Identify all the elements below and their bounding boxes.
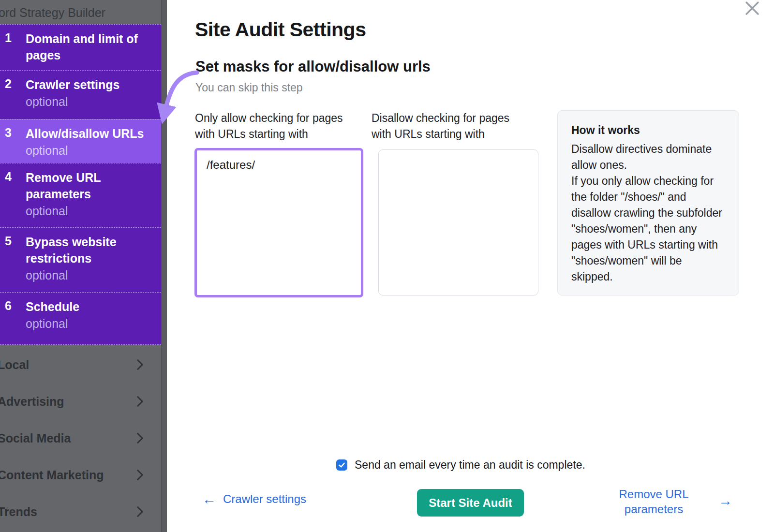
how-it-works-title: How it works (571, 124, 725, 137)
sidebar-item-local[interactable]: Local (0, 346, 161, 383)
email-optin-label: Send an email every time an audit is com… (355, 458, 585, 472)
arrow-left-icon: ← (202, 493, 216, 505)
allow-urls-textarea[interactable]: /features/ (194, 148, 363, 297)
chevron-right-icon (133, 359, 144, 370)
background-menu: Local Advertising Social Media Content M… (0, 345, 161, 530)
chevron-right-icon (133, 396, 144, 407)
step-bypass-restrictions[interactable]: 5 Bypass website restrictions optional (0, 227, 161, 292)
next-remove-url-parameters-link[interactable]: Remove URL parameters (601, 487, 706, 517)
step-remove-url-parameters[interactable]: 4 Remove URL parameters optional (0, 163, 161, 227)
checkmark-icon (338, 461, 346, 469)
back-crawler-settings-link[interactable]: ← Crawler settings (202, 492, 306, 506)
sidebar-item-content-marketing[interactable]: Content Marketing (0, 457, 161, 493)
section-heading: Set masks for allow/disallow urls (195, 58, 431, 75)
email-optin-row: Send an email every time an audit is com… (336, 458, 585, 472)
step-allow-disallow-urls[interactable]: 3 Allow/disallow URLs optional (0, 119, 161, 163)
email-optin-checkbox[interactable] (336, 459, 347, 471)
how-it-works-paragraph-2: If you only allow checking for the folde… (571, 173, 725, 285)
how-it-works-paragraph-1: Disallow directives dominate allow ones. (571, 141, 725, 173)
chevron-right-icon (133, 506, 144, 517)
allow-urls-label: Only allow checking for pages with URLs … (195, 110, 357, 142)
audit-steps-nav: 1 Domain and limit of pages 2 Crawler se… (0, 24, 161, 345)
step-crawler-settings[interactable]: 2 Crawler settings optional (0, 70, 161, 119)
close-icon[interactable] (742, 0, 763, 19)
site-audit-settings-modal: Site Audit Settings Set masks for allow/… (167, 0, 774, 532)
disallow-urls-label: Disallow checking for pages with URLs st… (372, 110, 526, 142)
chevron-right-icon (133, 470, 144, 481)
start-site-audit-button[interactable]: Start Site Audit (417, 489, 524, 517)
disallow-urls-textarea[interactable] (378, 149, 538, 296)
background-sidebar-heading: ord Strategy Builder (0, 6, 163, 20)
skip-step-hint: You can skip this step (195, 81, 303, 94)
arrow-right-icon[interactable]: → (718, 493, 732, 509)
how-it-works-panel: How it works Disallow directives dominat… (557, 110, 739, 296)
step-schedule[interactable]: 6 Schedule optional (0, 292, 161, 345)
sidebar-item-advertising[interactable]: Advertising (0, 383, 161, 420)
back-link-label: Crawler settings (223, 492, 306, 506)
step-domain-and-limit[interactable]: 1 Domain and limit of pages (0, 24, 161, 70)
site-audit-settings-screen: ord Strategy Builder Local Advertising S… (0, 0, 774, 532)
page-title: Site Audit Settings (195, 18, 366, 41)
chevron-right-icon (133, 433, 144, 444)
sidebar-item-social-media[interactable]: Social Media (0, 420, 161, 457)
sidebar-item-trends[interactable]: Trends (0, 493, 161, 530)
